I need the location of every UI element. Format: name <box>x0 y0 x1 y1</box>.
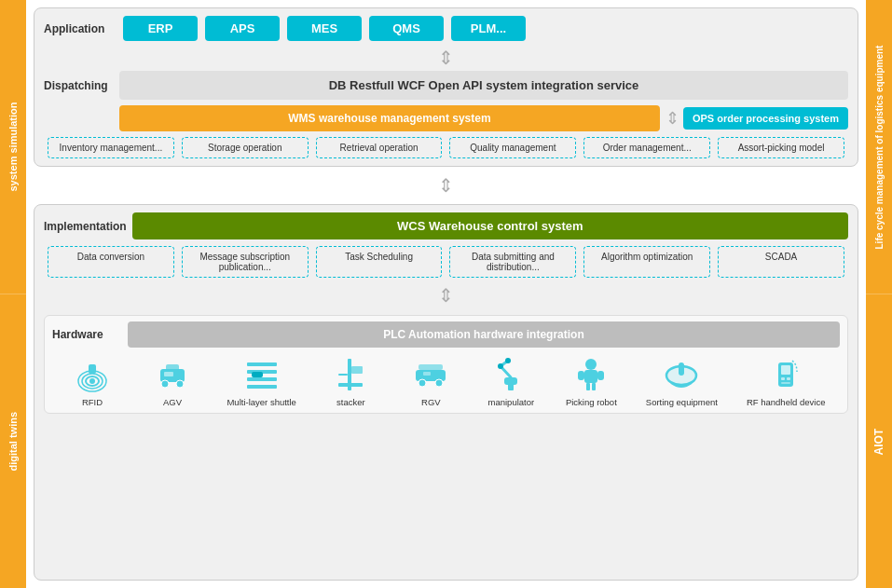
implementation-row: Implementation WCS Warehouse control sys… <box>44 212 848 239</box>
svg-point-21 <box>435 379 443 387</box>
svg-point-4 <box>89 378 95 384</box>
dispatching-row: Dispatching DB Restfull WCF Open API sys… <box>44 71 848 100</box>
svg-rect-12 <box>247 377 277 381</box>
svg-rect-9 <box>164 372 173 376</box>
icon-manip: manipulator <box>486 355 537 407</box>
section-bottom: Implementation WCS Warehouse control sys… <box>34 204 858 581</box>
mid-arrow: ⇕ <box>34 172 858 198</box>
system-simulation-label: system simulation <box>0 0 26 294</box>
icon-rf: RF handheld device <box>747 355 826 407</box>
application-row: Application ERP APS MES QMS PLM... <box>44 16 848 41</box>
sub-box-quality: Quality management <box>449 137 576 158</box>
svg-rect-18 <box>338 374 348 376</box>
wcs-bar: WCS Warehouse control system <box>132 212 848 239</box>
svg-rect-16 <box>338 383 363 387</box>
erp-button[interactable]: ERP <box>123 16 198 41</box>
sub-box-retrieval: Retrieval operation <box>316 137 443 158</box>
arrow-wms-ops-icon: ⇕ <box>666 108 679 129</box>
dispatching-label: Dispatching <box>44 79 114 92</box>
rgv-label: RGV <box>421 397 441 407</box>
svg-rect-31 <box>584 370 597 383</box>
shuttle-label: Multi-layer shuttle <box>226 397 295 407</box>
svg-rect-32 <box>578 371 584 380</box>
rfid-icon <box>73 355 112 394</box>
lifecycle-label: Life cycle management of logistics equip… <box>866 0 892 294</box>
hardware-section: Hardware PLC Automation hardware integra… <box>44 315 848 414</box>
aiot-label: AIOT <box>866 294 892 589</box>
icon-rgv: RGV <box>405 355 457 407</box>
svg-rect-38 <box>679 362 684 376</box>
wms-row: WMS warehouse management system ⇕ OPS or… <box>44 105 848 131</box>
icon-agv: AGV <box>146 355 198 407</box>
svg-point-29 <box>505 358 511 363</box>
sub-boxes-row: Inventory management... Storage operatio… <box>44 137 848 158</box>
aps-button[interactable]: APS <box>205 16 280 41</box>
svg-point-28 <box>498 363 503 369</box>
shuttle-icon <box>242 355 281 394</box>
icons-row: RFID AGV <box>52 351 840 407</box>
svg-rect-17 <box>351 366 363 374</box>
arrow-impl-hw: ⇕ <box>44 284 848 307</box>
ops-box: OPS order processing system <box>683 107 848 130</box>
manip-icon <box>491 355 530 394</box>
wcs-sub-box-msg-sub: Message subscription publication... <box>182 246 309 278</box>
svg-point-7 <box>176 380 184 388</box>
application-label: Application <box>44 22 114 35</box>
svg-rect-10 <box>247 362 277 366</box>
icon-stacker: stacker <box>325 355 377 407</box>
svg-point-6 <box>161 380 169 388</box>
icon-shuttle: Multi-layer shuttle <box>226 355 295 407</box>
agv-label: AGV <box>163 397 182 407</box>
sub-box-inventory: Inventory management... <box>48 137 174 158</box>
rf-icon <box>766 355 805 394</box>
arrow-app-dispatch: ⇕ <box>44 47 848 69</box>
svg-rect-14 <box>252 372 263 377</box>
svg-rect-42 <box>787 377 790 380</box>
section-top: Application ERP APS MES QMS PLM... ⇕ Dis… <box>34 7 858 167</box>
plc-bar: PLC Automation hardware integration <box>128 321 840 348</box>
sub-box-assort: Assort-picking model <box>718 137 844 158</box>
agv-icon <box>153 355 192 394</box>
wcs-sub-box-task-sched: Task Scheduling <box>316 246 443 278</box>
manip-label: manipulator <box>488 397 535 407</box>
plm-button[interactable]: PLM... <box>451 16 526 41</box>
svg-rect-41 <box>781 377 785 380</box>
mes-button[interactable]: MES <box>287 16 362 41</box>
wcs-sub-box-algorithm: Algorithm optimization <box>583 246 710 278</box>
qms-button[interactable]: QMS <box>369 16 444 41</box>
sub-box-order: Order management... <box>583 137 710 158</box>
svg-rect-22 <box>419 364 443 370</box>
wcs-sub-box-data-submit: Data submitting and distribution... <box>449 246 576 278</box>
svg-rect-34 <box>586 383 590 390</box>
main-container: system simulation digital twins Life cyc… <box>0 0 892 588</box>
svg-rect-33 <box>597 371 604 380</box>
svg-rect-40 <box>781 365 790 375</box>
digital-twins-label: digital twins <box>0 294 26 589</box>
svg-rect-13 <box>247 385 277 389</box>
icon-rfid: RFID <box>66 355 117 407</box>
double-arrow-icon: ⇕ <box>438 47 454 69</box>
svg-rect-35 <box>592 383 596 390</box>
hardware-row: Hardware PLC Automation hardware integra… <box>52 321 840 348</box>
hardware-label: Hardware <box>52 328 122 341</box>
double-arrow-mid-icon: ⇕ <box>438 174 454 197</box>
sort-icon <box>662 355 701 394</box>
sort-label: Sorting equipment <box>646 397 718 407</box>
wcs-sub-box-data-conv: Data conversion <box>48 246 174 278</box>
icon-sort: Sorting equipment <box>646 355 718 407</box>
implementation-label: Implementation <box>44 220 127 233</box>
rgv-icon <box>411 355 450 394</box>
left-labels: system simulation digital twins <box>0 0 26 588</box>
svg-rect-43 <box>781 382 790 384</box>
wcs-sub-boxes-row: Data conversion Message subscription pub… <box>44 246 848 278</box>
rfid-label: RFID <box>82 397 103 407</box>
svg-rect-8 <box>166 364 179 371</box>
right-labels: Life cycle management of logistics equip… <box>866 0 892 588</box>
stacker-icon <box>331 355 370 394</box>
stacker-label: stacker <box>336 397 365 407</box>
robot-icon <box>571 355 611 394</box>
rf-label: RF handheld device <box>747 397 826 407</box>
svg-point-30 <box>585 359 597 370</box>
double-arrow-impl-icon: ⇕ <box>438 284 454 307</box>
sub-box-storage: Storage operation <box>182 137 309 158</box>
